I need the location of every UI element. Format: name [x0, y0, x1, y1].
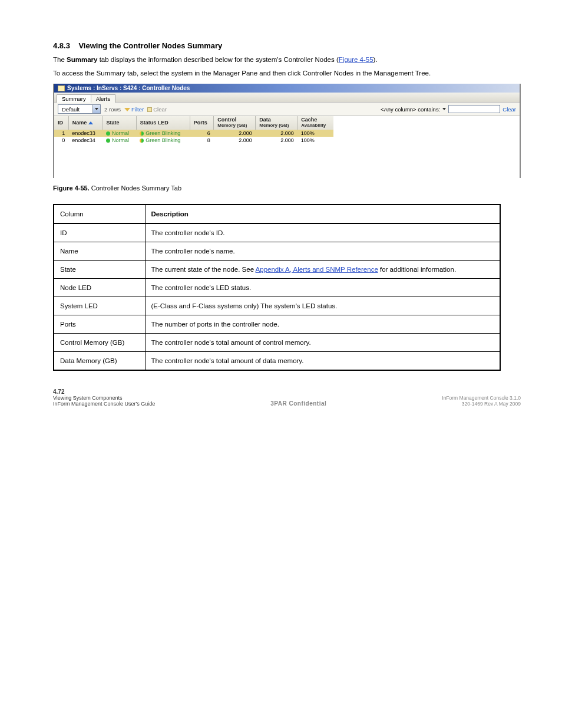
- col-name[interactable]: Name: [68, 116, 103, 130]
- section-title: Viewing the Controller Nodes Summary: [78, 41, 222, 50]
- cell-led: Green Blinking: [136, 137, 190, 144]
- col-control[interactable]: ControlMemory (GB): [214, 116, 256, 130]
- th-sub: Memory (GB): [259, 123, 293, 129]
- cell-id: 1: [54, 130, 68, 137]
- footer-right-b: 320-1469 Rev A May 2009: [442, 401, 521, 407]
- col-data[interactable]: DataMemory (GB): [256, 116, 297, 130]
- chevron-down-icon[interactable]: [92, 105, 100, 113]
- text: for additional information.: [378, 266, 456, 273]
- clear-filter-button[interactable]: Clear: [147, 106, 167, 113]
- confidential-label: 3PAR Confidential: [270, 400, 326, 407]
- column-definitions-table: Column Description ID The controller nod…: [53, 204, 501, 371]
- figure-caption: Figure 4-55. Controller Nodes Summary Ta…: [53, 184, 521, 193]
- table-row: ID The controller node's ID.: [54, 223, 500, 242]
- def-col-name: ID: [54, 223, 145, 242]
- figure-screenshot: Systems : InServs : S424 : Controller No…: [53, 84, 521, 178]
- th-text: Data: [259, 117, 271, 123]
- def-head-column: Column: [54, 205, 145, 223]
- status-dot-icon: [106, 139, 110, 143]
- table-row: Data Memory (GB) The controller node's t…: [54, 351, 500, 370]
- table-row: System LED (E-Class and F-Class systems …: [54, 297, 500, 315]
- led-dot-icon: [140, 139, 144, 143]
- contains-label: <Any column> contains:: [381, 106, 440, 113]
- text: tab displays the information described b…: [97, 56, 338, 63]
- state-text: Normal: [112, 130, 129, 136]
- cell-state: Normal: [103, 137, 136, 144]
- contains-input[interactable]: [448, 105, 500, 113]
- def-col-desc: The controller node's total amount of co…: [145, 333, 500, 351]
- tab-summary[interactable]: Summary: [57, 94, 91, 103]
- def-col-desc: The controller node's ID.: [145, 223, 500, 242]
- text: ).: [373, 56, 378, 63]
- contains-dropdown-icon[interactable]: [442, 108, 446, 110]
- cell-led: Green Blinking: [136, 130, 190, 137]
- state-text: Normal: [112, 137, 129, 143]
- grid-empty-area: [333, 116, 520, 144]
- def-col-desc: (E-Class and F-Class systems only) The s…: [145, 297, 500, 315]
- th-sub: Availability: [301, 123, 330, 129]
- brush-icon: [147, 107, 152, 112]
- cell-data: 2.000: [256, 130, 297, 137]
- status-dot-icon: [106, 131, 110, 136]
- funnel-icon: [124, 108, 130, 111]
- footer-right-a: InForm Management Console 3.1.0: [442, 395, 521, 401]
- toolbar: Default 2 rows Filter Clear <Any column>…: [54, 103, 520, 116]
- table-row: Name The controller node's name.: [54, 242, 500, 260]
- def-col-desc: The controller node's LED status.: [145, 278, 500, 297]
- def-head-description: Description: [145, 205, 500, 223]
- cell-control: 2.000: [214, 130, 256, 137]
- cell-id: 0: [54, 137, 68, 144]
- tab-alerts[interactable]: Alerts: [91, 94, 115, 103]
- def-col-name: Node LED: [54, 278, 145, 297]
- table-row[interactable]: 1 enodec33 Normal Green Blinking 6 2.000…: [54, 130, 333, 137]
- col-ports[interactable]: Ports: [190, 116, 213, 130]
- figure-ref-link[interactable]: Figure 4-55: [339, 56, 373, 63]
- view-combo-value: Default: [58, 106, 92, 113]
- window-title: Systems : InServs : S424 : Controller No…: [67, 85, 190, 91]
- grid-whitespace: [54, 144, 520, 178]
- table-row[interactable]: 0 enodec34 Normal Green Blinking 8 2.000…: [54, 137, 333, 144]
- table-row: Control Memory (GB) The controller node'…: [54, 333, 500, 351]
- summary-bold: Summary: [67, 56, 97, 63]
- col-name-label: Name: [72, 120, 87, 126]
- text: The current state of the node. See: [151, 266, 256, 273]
- text: The: [53, 56, 67, 63]
- clear-label: Clear: [153, 106, 167, 113]
- nodes-table: ID Name State Status LED Ports ControlMe…: [54, 116, 333, 144]
- cell-state: Normal: [103, 130, 136, 137]
- figure-number: Figure 4-55.: [53, 185, 90, 192]
- table-row: Node LED The controller node's LED statu…: [54, 278, 500, 297]
- footer-left-b: InForm Management Console User's Guide: [53, 401, 155, 407]
- def-col-name: Data Memory (GB): [54, 351, 145, 370]
- tabstrip: SummaryAlerts: [54, 93, 520, 103]
- def-col-desc: The number of ports in the controller no…: [145, 315, 500, 333]
- intro-paragraph-2: To access the Summary tab, select the sy…: [53, 68, 521, 78]
- window-titlebar: Systems : InServs : S424 : Controller No…: [54, 84, 520, 93]
- filter-button[interactable]: Filter: [124, 106, 144, 113]
- def-col-desc: The current state of the node. See Appen…: [145, 260, 500, 278]
- col-cache[interactable]: CacheAvailability: [297, 116, 333, 130]
- view-combo[interactable]: Default: [58, 104, 101, 114]
- cell-control: 2.000: [214, 137, 256, 144]
- table-row: State The current state of the node. See…: [54, 260, 500, 278]
- th-text: Cache: [301, 117, 317, 123]
- section-number: 4.8.3: [53, 41, 70, 50]
- clear-search-link[interactable]: Clear: [503, 106, 516, 113]
- col-state[interactable]: State: [103, 116, 136, 130]
- sort-asc-icon: [88, 121, 93, 124]
- led-text: Green Blinking: [146, 137, 180, 143]
- def-col-desc: The controller node's name.: [145, 242, 500, 260]
- col-id[interactable]: ID: [54, 116, 68, 130]
- window-icon: [58, 85, 65, 91]
- th-sub: Memory (GB): [217, 123, 252, 129]
- def-col-name: Control Memory (GB): [54, 333, 145, 351]
- col-led[interactable]: Status LED: [136, 116, 190, 130]
- row-count-label: 2 rows: [104, 106, 121, 113]
- table-row: Ports The number of ports in the control…: [54, 315, 500, 333]
- def-col-desc: The controller node's total amount of da…: [145, 351, 500, 370]
- def-col-name: System LED: [54, 297, 145, 315]
- appendix-link[interactable]: Appendix A, Alerts and SNMP Reference: [256, 266, 378, 273]
- led-dot-icon: [140, 131, 144, 136]
- section-heading: 4.8.3 Viewing the Controller Nodes Summa…: [53, 41, 521, 50]
- def-col-name: Ports: [54, 315, 145, 333]
